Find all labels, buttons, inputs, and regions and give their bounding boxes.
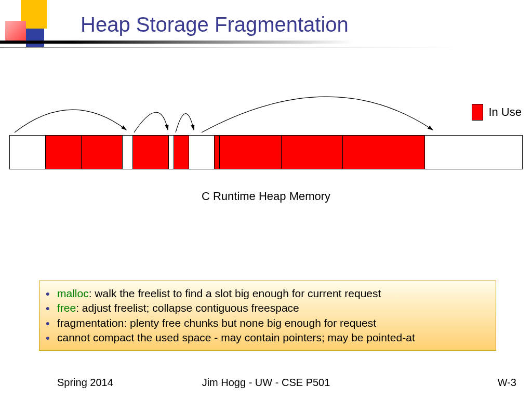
- footer: Spring 2014 Jim Hogg - UW - CSE P501 W-3: [0, 377, 532, 389]
- heap-caption: C Runtime Heap Memory: [0, 190, 532, 203]
- heap-diagram: [9, 135, 523, 169]
- title-underline-thick: [0, 41, 353, 44]
- heap-block-used: [133, 136, 169, 169]
- note-text: : walk the freelist to find a slot big e…: [89, 287, 381, 299]
- heap-block-free: [169, 136, 174, 169]
- slide-title: Heap Storage Fragmentation: [81, 13, 349, 36]
- note-bullet: malloc: walk the freelist to find a slot…: [57, 286, 486, 301]
- heap-block-used: [174, 136, 190, 169]
- note-text: : adjust freelist; collapse contiguous f…: [76, 302, 299, 314]
- note-text: cannot compact the used space - may cont…: [57, 331, 415, 343]
- heap-block-free: [123, 136, 133, 169]
- heap-block-used: [282, 136, 343, 169]
- heap-block-used: [82, 136, 123, 169]
- heap-block-free: [10, 136, 46, 169]
- note-bullet: fragmentation: plenty free chunks but no…: [57, 316, 486, 330]
- heap-block-used: [215, 136, 220, 169]
- slide-decoration: [0, 0, 62, 62]
- heap-block-used: [46, 136, 82, 169]
- heap-block-free: [425, 136, 522, 169]
- footer-right: W-3: [498, 377, 516, 389]
- keyword: free: [57, 302, 76, 314]
- note-bullet: free: adjust freelist; collapse contiguo…: [57, 301, 486, 315]
- heap-bar: [9, 135, 523, 169]
- notes-box: malloc: walk the freelist to find a slot…: [39, 281, 496, 351]
- heap-block-used: [220, 136, 281, 169]
- footer-left: Spring 2014: [57, 377, 113, 389]
- note-bullet: cannot compact the used space - may cont…: [57, 330, 486, 345]
- title-underline-thin: [0, 47, 468, 48]
- keyword: malloc: [57, 287, 89, 299]
- freelist-arrows: [9, 78, 523, 135]
- note-text: fragmentation: plenty free chunks but no…: [57, 317, 376, 329]
- heap-block-used: [343, 136, 425, 169]
- heap-block-free: [189, 136, 215, 169]
